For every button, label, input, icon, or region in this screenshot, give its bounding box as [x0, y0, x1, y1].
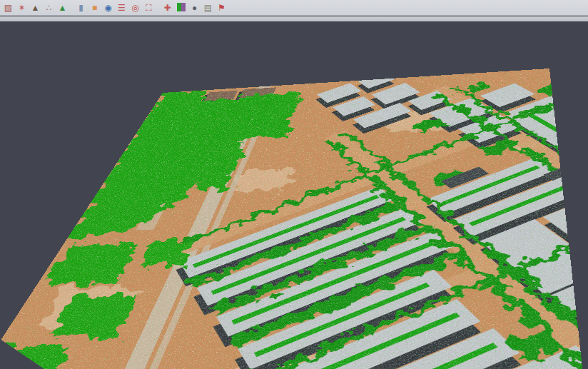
app-window: { "window": { "background": "#42454f" },… — [0, 0, 588, 369]
globe-view-button[interactable]: ◉ — [102, 1, 114, 14]
classification-colors-button[interactable] — [175, 1, 187, 14]
classification-purple-chip — [181, 3, 186, 11]
profile-view-icon: ▮ — [78, 4, 83, 12]
terrain-model-button[interactable]: ▲ — [29, 1, 41, 14]
globe-view-icon: ◉ — [104, 4, 111, 12]
target-button[interactable]: ◎ — [129, 1, 141, 14]
open-project-button[interactable]: ▧ — [2, 1, 14, 14]
flag-button[interactable]: ⚑ — [216, 1, 228, 14]
profile-view-button[interactable]: ▮ — [75, 1, 87, 14]
sphere-view-button[interactable]: ● — [188, 1, 201, 14]
3d-viewport-canvas[interactable] — [0, 21, 588, 369]
flag-icon: ⚑ — [218, 4, 225, 12]
orthophoto-icon: ■ — [92, 4, 97, 12]
sphere-view-icon: ● — [192, 4, 197, 12]
terrain-icon: ▲ — [31, 4, 40, 12]
pointcloud-noise-dark — [0, 69, 588, 369]
add-marker-icon: ✚ — [163, 4, 171, 12]
toolbar-separator — [156, 1, 161, 14]
add-marker-button[interactable]: ✚ — [161, 1, 173, 14]
toolbar-separator — [69, 1, 74, 14]
target-icon: ◎ — [131, 4, 138, 12]
zoom-extent-icon: ⛶ — [146, 4, 151, 12]
annotations-icon: ▤ — [204, 4, 212, 12]
point-cloud-scene — [0, 69, 588, 369]
layers-button[interactable]: ☰ — [116, 1, 128, 14]
point-cloud-button[interactable]: ∴ — [43, 1, 55, 14]
classification-green-chip — [177, 3, 181, 11]
open-project-icon: ▧ — [4, 4, 12, 12]
surface-model-button[interactable]: ▲ — [56, 1, 69, 14]
import-points-button[interactable]: ✶ — [16, 1, 28, 14]
zoom-extent-button[interactable]: ⛶ — [143, 1, 155, 14]
surface-model-icon: ▲ — [59, 4, 67, 12]
layers-icon: ☰ — [118, 4, 126, 12]
main-toolbar: ▧ ✶ ▲ ∴ ▲ ▮ ■ ◉ ☰ ◎ ⛶ ✚ ● ▤ ⚑ — [0, 0, 588, 16]
classification-colors-icon — [177, 3, 186, 13]
orthophoto-button[interactable]: ■ — [88, 1, 101, 14]
point-cloud-icon: ∴ — [46, 4, 52, 12]
import-points-icon: ✶ — [18, 4, 25, 12]
annotations-button[interactable]: ▤ — [202, 1, 214, 14]
